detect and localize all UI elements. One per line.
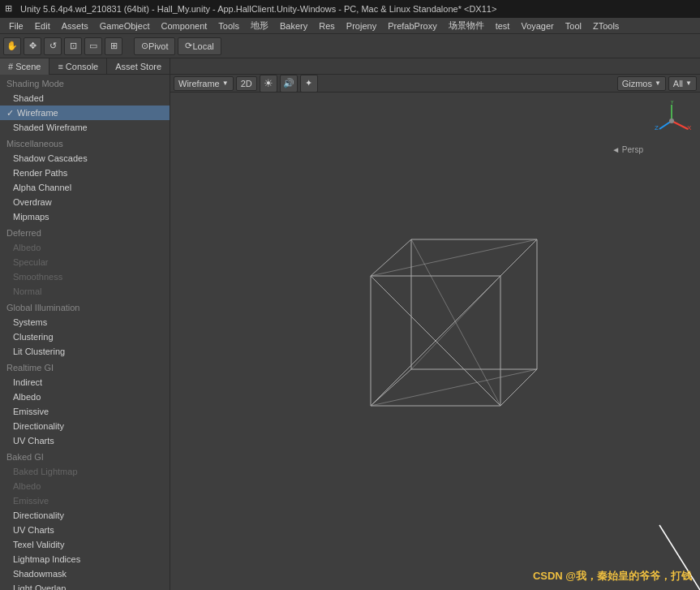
- watermark: CSDN @我，秦始皇的爷爷，打钱: [533, 569, 692, 584]
- specular-label: Specular: [13, 257, 48, 267]
- move-tool-btn[interactable]: ✥: [24, 37, 41, 55]
- shading-dropdown-list: Shading Mode Shaded Wireframe Shaded Wir…: [0, 75, 170, 590]
- option-indirect[interactable]: Indirect: [0, 375, 170, 390]
- option-shaded-wireframe[interactable]: Shaded Wireframe: [0, 120, 170, 135]
- lightmap-indices-label: Lightmap Indices: [13, 554, 80, 564]
- axis-indicator: Y X Z: [651, 101, 692, 141]
- scene-light-btn[interactable]: ☀: [260, 75, 277, 93]
- uv-charts-rgi-label: UV Charts: [13, 436, 54, 446]
- tab-scene[interactable]: # Scene: [0, 58, 49, 75]
- wireframe-dropdown[interactable]: Wireframe ▼: [174, 76, 234, 91]
- menu-prefabproxy[interactable]: PrefabProxy: [382, 20, 443, 32]
- wireframe-mode-label: Wireframe: [178, 79, 220, 88]
- tab-console[interactable]: ≡ Console: [49, 58, 107, 75]
- title-bar: ⊞ Unity 5.6.4p4.wd_210831 (64bit) - Hall…: [0, 0, 700, 18]
- option-albedo-rgi[interactable]: Albedo: [0, 390, 170, 404]
- menu-bakery[interactable]: Bakery: [274, 20, 313, 32]
- local-label: Local: [192, 41, 213, 51]
- menu-file[interactable]: File: [3, 20, 29, 32]
- option-emissive-bgi: Emissive: [0, 493, 170, 508]
- svg-text:Y: Y: [670, 101, 675, 106]
- 2d-label: 2D: [241, 79, 252, 88]
- option-overdraw[interactable]: Overdraw: [0, 195, 170, 209]
- menu-test[interactable]: test: [490, 20, 516, 32]
- option-alpha-channel[interactable]: Alpha Channel: [0, 180, 170, 195]
- tab-scene-label: # Scene: [8, 62, 41, 71]
- menu-gameobject[interactable]: GameObject: [94, 20, 156, 32]
- option-shadowmask[interactable]: Shadowmask: [0, 566, 170, 581]
- option-shadow-cascades[interactable]: Shadow Cascades: [0, 151, 170, 166]
- rotate-tool-btn[interactable]: ↺: [44, 37, 62, 55]
- menu-component[interactable]: Component: [155, 20, 213, 32]
- shaded-wireframe-label: Shaded Wireframe: [13, 123, 88, 132]
- option-light-overlap[interactable]: Light Overlap: [0, 581, 170, 590]
- main-area: Shading Mode Shaded Wireframe Shaded Wir…: [0, 75, 700, 590]
- option-uv-charts-rgi[interactable]: UV Charts: [0, 433, 170, 448]
- realtime-gi-header: Realtime GI: [0, 360, 170, 375]
- menu-tool[interactable]: Tool: [560, 20, 587, 32]
- shading-mode-panel[interactable]: Shading Mode Shaded Wireframe Shaded Wir…: [0, 75, 170, 590]
- wireframe-dropdown-arrow: ▼: [222, 80, 229, 87]
- svg-point-6: [669, 118, 674, 123]
- all-dropdown[interactable]: All ▼: [668, 76, 697, 91]
- svg-line-10: [500, 239, 537, 276]
- albedo-deferred-label: Albedo: [13, 243, 41, 252]
- option-wireframe[interactable]: Wireframe: [0, 106, 170, 120]
- menu-projeny[interactable]: Projeny: [341, 20, 382, 32]
- option-albedo-deferred: Albedo: [0, 240, 170, 255]
- deferred-header: Deferred: [0, 226, 170, 240]
- option-baked-lightmap: Baked Lightmap: [0, 464, 170, 479]
- menu-res[interactable]: Res: [313, 20, 341, 32]
- option-systems[interactable]: Systems: [0, 315, 170, 329]
- option-directionality-bgi[interactable]: Directionality: [0, 508, 170, 523]
- uv-charts-bgi-label: UV Charts: [13, 525, 54, 535]
- gizmos-dropdown[interactable]: Gizmos ▼: [617, 76, 666, 91]
- option-shaded[interactable]: Shaded: [0, 91, 170, 106]
- scale-tool-btn[interactable]: ⊡: [64, 37, 82, 55]
- directionality-bgi-label: Directionality: [13, 510, 64, 520]
- menu-assets[interactable]: Assets: [56, 20, 94, 32]
- option-render-paths[interactable]: Render Paths: [0, 166, 170, 180]
- option-emissive-rgi[interactable]: Emissive: [0, 404, 170, 419]
- menu-edit[interactable]: Edit: [29, 20, 56, 32]
- option-clustering[interactable]: Clustering: [0, 329, 170, 344]
- toolbar: ✋ ✥ ↺ ⊡ ▭ ⊞ ⊙ Pivot ⟳ Local: [0, 34, 700, 58]
- option-directionality-rgi[interactable]: Directionality: [0, 419, 170, 433]
- lit-clustering-label: Lit Clustering: [13, 347, 65, 356]
- pivot-btn[interactable]: ⊙ Pivot: [134, 37, 175, 55]
- svg-line-9: [371, 239, 411, 276]
- scene-toolbar: Wireframe ▼ 2D ☀ 🔊 ✦ Gizmos ▼ All ▼: [170, 75, 700, 93]
- menu-voyager[interactable]: Voyager: [515, 20, 559, 32]
- render-paths-label: Render Paths: [13, 168, 67, 178]
- tab-console-label: ≡ Console: [58, 62, 98, 71]
- local-btn[interactable]: ⟳ Local: [178, 37, 221, 55]
- gizmos-arrow: ▼: [655, 80, 661, 87]
- menu-ztools[interactable]: ZTools: [587, 20, 625, 32]
- indirect-label: Indirect: [13, 377, 42, 387]
- pivot-label: Pivot: [148, 41, 168, 51]
- 2d-btn[interactable]: 2D: [236, 76, 257, 91]
- svg-line-17: [371, 369, 537, 406]
- scene-fx-btn[interactable]: ✦: [300, 75, 318, 93]
- option-lit-clustering[interactable]: Lit Clustering: [0, 344, 170, 359]
- shading-mode-header: Shading Mode: [0, 76, 170, 91]
- wireframe-cube: [294, 195, 578, 489]
- option-normal: Normal: [0, 284, 170, 299]
- viewport-canvas[interactable]: Y X Z ◄ Persp: [170, 93, 700, 590]
- menu-tools[interactable]: Tools: [213, 20, 245, 32]
- menu-bar: File Edit Assets GameObject Component To…: [0, 18, 700, 34]
- option-lightmap-indices[interactable]: Lightmap Indices: [0, 552, 170, 566]
- rect-tool-btn[interactable]: ▭: [84, 37, 102, 55]
- clustering-label: Clustering: [13, 332, 54, 342]
- menu-scene-objects[interactable]: 场景物件: [443, 19, 490, 32]
- transform-tool-btn[interactable]: ⊞: [105, 37, 122, 55]
- hand-tool-btn[interactable]: ✋: [3, 37, 21, 55]
- option-texel-validity[interactable]: Texel Validity: [0, 537, 170, 552]
- menu-terrain[interactable]: 地形: [245, 19, 274, 32]
- svg-line-15: [371, 239, 537, 276]
- shadow-cascades-label: Shadow Cascades: [13, 153, 88, 163]
- option-mipmaps[interactable]: Mipmaps: [0, 209, 170, 224]
- scene-audio-btn[interactable]: 🔊: [280, 75, 298, 93]
- tab-asset-store[interactable]: Asset Store: [107, 58, 170, 75]
- option-uv-charts-bgi[interactable]: UV Charts: [0, 523, 170, 537]
